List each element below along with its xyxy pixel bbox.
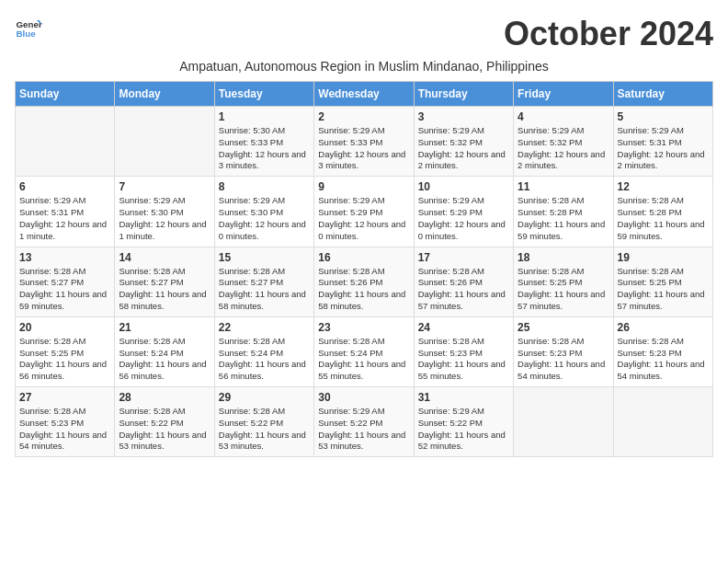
day-number: 22 <box>219 321 310 334</box>
calendar-cell: 19Sunrise: 5:28 AMSunset: 5:25 PMDayligh… <box>613 247 712 316</box>
subtitle: Ampatuan, Autonomous Region in Muslim Mi… <box>15 59 713 74</box>
day-info: Sunrise: 5:29 AMSunset: 5:22 PMDaylight:… <box>418 406 509 453</box>
calendar-cell: 21Sunrise: 5:28 AMSunset: 5:24 PMDayligh… <box>115 316 214 386</box>
day-header-wednesday: Wednesday <box>314 82 414 107</box>
day-info: Sunrise: 5:29 AMSunset: 5:30 PMDaylight:… <box>119 195 210 242</box>
day-info: Sunrise: 5:28 AMSunset: 5:27 PMDaylight:… <box>119 266 210 313</box>
day-info: Sunrise: 5:28 AMSunset: 5:23 PMDaylight:… <box>518 336 609 383</box>
day-number: 4 <box>518 110 609 123</box>
day-number: 31 <box>418 391 509 404</box>
calendar-table: SundayMondayTuesdayWednesdayThursdayFrid… <box>15 81 713 457</box>
day-number: 25 <box>518 321 609 334</box>
day-number: 24 <box>418 321 509 334</box>
calendar-cell: 31Sunrise: 5:29 AMSunset: 5:22 PMDayligh… <box>414 387 513 457</box>
day-header-sunday: Sunday <box>16 82 115 107</box>
calendar-cell: 22Sunrise: 5:28 AMSunset: 5:24 PMDayligh… <box>214 316 313 386</box>
day-info: Sunrise: 5:29 AMSunset: 5:32 PMDaylight:… <box>518 125 609 172</box>
week-row-2: 6Sunrise: 5:29 AMSunset: 5:31 PMDaylight… <box>16 177 713 247</box>
day-header-thursday: Thursday <box>414 82 513 107</box>
calendar-cell: 23Sunrise: 5:28 AMSunset: 5:24 PMDayligh… <box>314 316 414 386</box>
day-number: 19 <box>618 251 709 264</box>
day-info: Sunrise: 5:29 AMSunset: 5:22 PMDaylight:… <box>318 406 409 453</box>
day-info: Sunrise: 5:29 AMSunset: 5:29 PMDaylight:… <box>318 195 409 242</box>
day-info: Sunrise: 5:28 AMSunset: 5:23 PMDaylight:… <box>19 406 110 453</box>
day-number: 28 <box>119 391 210 404</box>
day-info: Sunrise: 5:28 AMSunset: 5:22 PMDaylight:… <box>219 406 310 453</box>
day-info: Sunrise: 5:29 AMSunset: 5:29 PMDaylight:… <box>418 195 509 242</box>
day-number: 10 <box>418 180 509 193</box>
svg-text:Blue: Blue <box>17 29 37 39</box>
logo: General Blue <box>15 15 42 42</box>
day-info: Sunrise: 5:28 AMSunset: 5:24 PMDaylight:… <box>219 336 310 383</box>
day-number: 8 <box>219 180 310 193</box>
day-info: Sunrise: 5:30 AMSunset: 5:33 PMDaylight:… <box>219 125 310 172</box>
day-info: Sunrise: 5:29 AMSunset: 5:30 PMDaylight:… <box>219 195 310 242</box>
calendar-cell: 27Sunrise: 5:28 AMSunset: 5:23 PMDayligh… <box>16 387 115 457</box>
calendar-cell: 6Sunrise: 5:29 AMSunset: 5:31 PMDaylight… <box>16 177 115 247</box>
day-number: 5 <box>618 110 709 123</box>
logo-icon: General Blue <box>15 15 42 42</box>
calendar-cell <box>16 107 115 177</box>
day-number: 3 <box>418 110 509 123</box>
day-number: 16 <box>318 251 409 264</box>
calendar-cell: 18Sunrise: 5:28 AMSunset: 5:25 PMDayligh… <box>514 247 613 316</box>
week-row-5: 27Sunrise: 5:28 AMSunset: 5:23 PMDayligh… <box>16 387 713 457</box>
day-info: Sunrise: 5:28 AMSunset: 5:27 PMDaylight:… <box>219 266 310 313</box>
day-number: 29 <box>219 391 310 404</box>
calendar-cell: 4Sunrise: 5:29 AMSunset: 5:32 PMDaylight… <box>514 107 613 177</box>
day-header-monday: Monday <box>115 82 214 107</box>
day-number: 17 <box>418 251 509 264</box>
day-number: 1 <box>219 110 310 123</box>
day-info: Sunrise: 5:28 AMSunset: 5:23 PMDaylight:… <box>418 336 509 383</box>
day-info: Sunrise: 5:28 AMSunset: 5:26 PMDaylight:… <box>418 266 509 313</box>
week-row-4: 20Sunrise: 5:28 AMSunset: 5:25 PMDayligh… <box>16 316 713 386</box>
day-info: Sunrise: 5:28 AMSunset: 5:25 PMDaylight:… <box>618 266 709 313</box>
day-header-tuesday: Tuesday <box>214 82 313 107</box>
day-number: 13 <box>19 251 110 264</box>
week-row-3: 13Sunrise: 5:28 AMSunset: 5:27 PMDayligh… <box>16 247 713 316</box>
calendar-cell: 16Sunrise: 5:28 AMSunset: 5:26 PMDayligh… <box>314 247 414 316</box>
day-header-friday: Friday <box>514 82 613 107</box>
day-info: Sunrise: 5:28 AMSunset: 5:26 PMDaylight:… <box>318 266 409 313</box>
days-header-row: SundayMondayTuesdayWednesdayThursdayFrid… <box>16 82 713 107</box>
day-info: Sunrise: 5:29 AMSunset: 5:32 PMDaylight:… <box>418 125 509 172</box>
day-info: Sunrise: 5:29 AMSunset: 5:33 PMDaylight:… <box>318 125 409 172</box>
calendar-cell: 2Sunrise: 5:29 AMSunset: 5:33 PMDaylight… <box>314 107 414 177</box>
day-info: Sunrise: 5:28 AMSunset: 5:24 PMDaylight:… <box>119 336 210 383</box>
calendar-cell: 24Sunrise: 5:28 AMSunset: 5:23 PMDayligh… <box>414 316 513 386</box>
day-number: 6 <box>19 180 110 193</box>
calendar-cell <box>514 387 613 457</box>
calendar-cell <box>115 107 214 177</box>
day-number: 30 <box>318 391 409 404</box>
day-info: Sunrise: 5:29 AMSunset: 5:31 PMDaylight:… <box>618 125 709 172</box>
calendar-cell: 3Sunrise: 5:29 AMSunset: 5:32 PMDaylight… <box>414 107 513 177</box>
week-row-1: 1Sunrise: 5:30 AMSunset: 5:33 PMDaylight… <box>16 107 713 177</box>
day-number: 11 <box>518 180 609 193</box>
calendar-cell: 11Sunrise: 5:28 AMSunset: 5:28 PMDayligh… <box>514 177 613 247</box>
day-info: Sunrise: 5:28 AMSunset: 5:27 PMDaylight:… <box>19 266 110 313</box>
day-number: 14 <box>119 251 210 264</box>
day-info: Sunrise: 5:28 AMSunset: 5:25 PMDaylight:… <box>19 336 110 383</box>
calendar-cell: 5Sunrise: 5:29 AMSunset: 5:31 PMDaylight… <box>613 107 712 177</box>
calendar-cell: 12Sunrise: 5:28 AMSunset: 5:28 PMDayligh… <box>613 177 712 247</box>
day-number: 27 <box>19 391 110 404</box>
day-number: 2 <box>318 110 409 123</box>
day-number: 26 <box>618 321 709 334</box>
day-info: Sunrise: 5:28 AMSunset: 5:22 PMDaylight:… <box>119 406 210 453</box>
calendar-cell: 28Sunrise: 5:28 AMSunset: 5:22 PMDayligh… <box>115 387 214 457</box>
day-info: Sunrise: 5:29 AMSunset: 5:31 PMDaylight:… <box>19 195 110 242</box>
header: General Blue October 2024 <box>15 15 713 53</box>
day-header-saturday: Saturday <box>613 82 712 107</box>
day-info: Sunrise: 5:28 AMSunset: 5:25 PMDaylight:… <box>518 266 609 313</box>
day-number: 15 <box>219 251 310 264</box>
calendar-cell: 17Sunrise: 5:28 AMSunset: 5:26 PMDayligh… <box>414 247 513 316</box>
calendar-cell: 20Sunrise: 5:28 AMSunset: 5:25 PMDayligh… <box>16 316 115 386</box>
day-info: Sunrise: 5:28 AMSunset: 5:28 PMDaylight:… <box>518 195 609 242</box>
day-info: Sunrise: 5:28 AMSunset: 5:24 PMDaylight:… <box>318 336 409 383</box>
calendar-cell <box>613 387 712 457</box>
day-number: 9 <box>318 180 409 193</box>
calendar-cell: 9Sunrise: 5:29 AMSunset: 5:29 PMDaylight… <box>314 177 414 247</box>
month-title: October 2024 <box>504 15 713 53</box>
calendar-cell: 30Sunrise: 5:29 AMSunset: 5:22 PMDayligh… <box>314 387 414 457</box>
calendar-cell: 8Sunrise: 5:29 AMSunset: 5:30 PMDaylight… <box>214 177 313 247</box>
